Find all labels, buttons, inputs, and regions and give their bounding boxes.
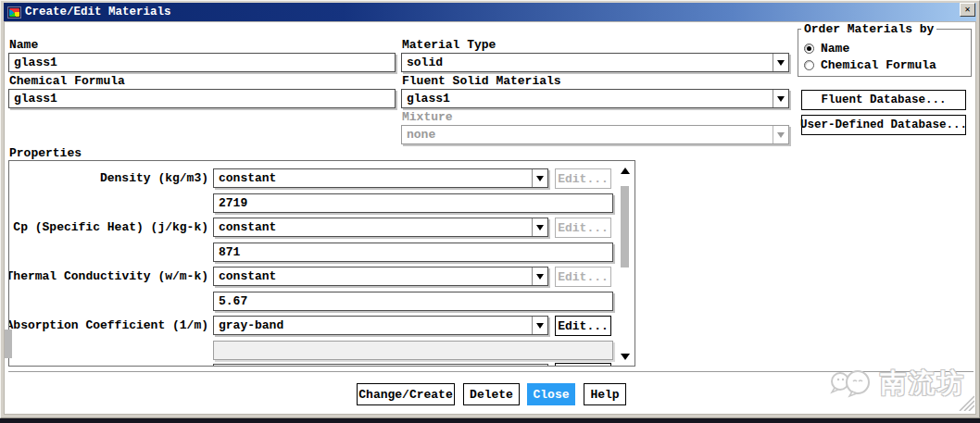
name-input[interactable]: glass1 [8, 53, 396, 72]
scrollbar-thumb[interactable] [621, 186, 629, 267]
radio-label: Chemical Formula [821, 58, 936, 72]
watermark: 南流坊 [828, 366, 966, 401]
delete-button[interactable]: Delete [463, 383, 520, 405]
density-method-dropdown[interactable]: constant [213, 168, 548, 188]
chemical-formula-label: Chemical Formula [9, 75, 125, 88]
thermal-conductivity-value-input[interactable]: 5.67 [213, 292, 613, 311]
property-label: Thermal Conductivity (w/m-k) [8, 270, 208, 283]
chat-bubbles-icon [828, 367, 874, 399]
fluent-app-icon [7, 6, 21, 19]
clipped-next-row-dropdown [213, 364, 548, 367]
cp-value-input[interactable]: 871 [213, 243, 613, 262]
method-value: constant [219, 220, 276, 234]
radio-order-by-name[interactable]: Name [804, 42, 849, 56]
material-type-value: solid [407, 56, 443, 69]
property-label: Density (kg/m3) [100, 172, 208, 185]
create-edit-materials-dialog: Create/Edit Materials ✕ Name glass1 Chem… [0, 0, 980, 423]
dialog-window: Create/Edit Materials ✕ Name glass1 Chem… [0, 0, 980, 418]
absorption-coefficient-edit-button[interactable]: Edit... [555, 316, 611, 336]
watermark-text: 南流坊 [880, 366, 966, 401]
chevron-down-icon[interactable] [773, 90, 788, 107]
close-button[interactable]: Close [527, 383, 575, 405]
help-button[interactable]: Help [584, 383, 626, 405]
chevron-down-icon[interactable] [773, 54, 788, 71]
scroll-down-icon[interactable] [620, 351, 631, 362]
method-value: gray-band [219, 318, 283, 332]
chevron-down-icon[interactable] [532, 317, 547, 334]
properties-label: Properties [9, 147, 82, 160]
mixture-value: none [407, 128, 435, 142]
name-label: Name [9, 39, 38, 52]
absorption-coefficient-value-input [213, 341, 613, 360]
radio-unselected-icon[interactable] [804, 60, 814, 70]
fluent-solid-materials-value: glass1 [407, 92, 450, 106]
properties-panel: Density (kg/m3) constant Edit... 2719 Cp… [8, 160, 635, 367]
property-label: Absorption Coefficient (1/m) [8, 319, 208, 332]
absorption-coefficient-method-dropdown[interactable]: gray-band [213, 316, 548, 335]
property-label: Cp (Specific Heat) (j/kg-k) [13, 221, 208, 234]
radio-selected-icon[interactable] [804, 44, 814, 54]
density-edit-button: Edit... [555, 168, 611, 189]
radio-label: Name [821, 42, 849, 56]
chevron-down-icon[interactable] [532, 218, 547, 236]
method-value: constant [219, 269, 276, 283]
change-create-button[interactable]: Change/Create [357, 383, 455, 405]
resize-grip-icon[interactable] [956, 392, 974, 411]
chemical-formula-input[interactable]: glass1 [8, 89, 396, 108]
fluent-solid-materials-dropdown[interactable]: glass1 [401, 89, 789, 108]
scroll-up-icon[interactable] [620, 165, 631, 176]
mixture-label: Mixture [402, 111, 453, 124]
close-icon[interactable]: ✕ [960, 3, 975, 17]
thermal-conductivity-edit-button: Edit... [555, 267, 611, 287]
chevron-down-icon [773, 126, 788, 143]
chevron-down-icon[interactable] [532, 169, 547, 187]
clipped-next-row-edit-button [555, 363, 611, 367]
fluent-solid-materials-label: Fluent Solid Materials [402, 75, 561, 88]
fluent-database-button[interactable]: Fluent Database... [801, 90, 966, 110]
chevron-down-icon[interactable] [532, 267, 547, 285]
cp-edit-button: Edit... [555, 218, 611, 238]
material-type-label: Material Type [402, 39, 496, 52]
cp-method-dropdown[interactable]: constant [213, 218, 548, 237]
radio-order-by-chemical-formula[interactable]: Chemical Formula [804, 58, 936, 72]
material-type-dropdown[interactable]: solid [401, 53, 789, 72]
left-scrollbar-thumb[interactable] [5, 330, 12, 358]
user-defined-database-button[interactable]: User-Defined Database... [801, 115, 966, 135]
window-bottom-shadow [0, 418, 980, 423]
properties-scrollbar[interactable] [617, 162, 634, 365]
method-value: constant [219, 171, 276, 185]
thermal-conductivity-method-dropdown[interactable]: constant [213, 267, 548, 286]
title-bar[interactable]: Create/Edit Materials [4, 3, 976, 21]
order-materials-legend: Order Materials by [801, 22, 936, 36]
mixture-dropdown: none [401, 125, 789, 144]
density-value-input[interactable]: 2719 [213, 193, 613, 213]
window-title: Create/Edit Materials [25, 6, 171, 19]
